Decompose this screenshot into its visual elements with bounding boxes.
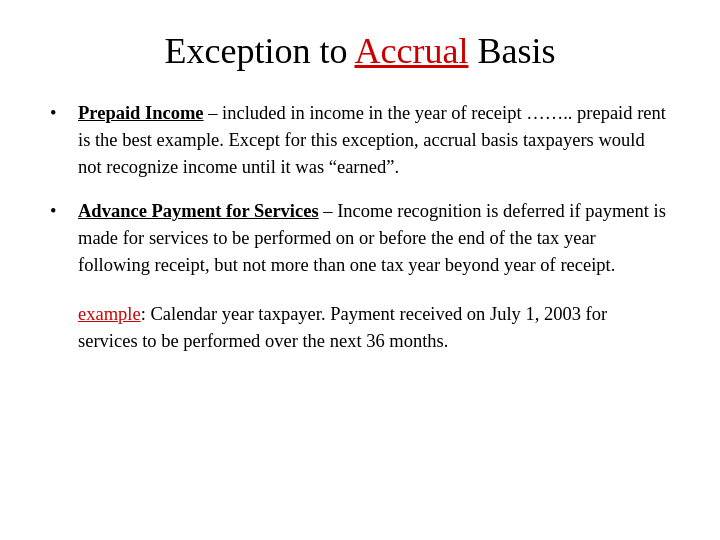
bullet-dot-2: • (50, 198, 78, 225)
term-prepaid-income: Prepaid Income (78, 103, 204, 123)
title-suffix: Basis (468, 31, 555, 71)
slide: Exception to Accrual Basis • Prepaid Inc… (0, 0, 720, 540)
example-label: example (78, 304, 141, 324)
bullet-item-2: • Advance Payment for Services – Income … (50, 198, 670, 278)
title-accrual: Accrual (355, 31, 469, 71)
bullet-text-2: Advance Payment for Services – Income re… (78, 198, 670, 278)
example-text: Calendar year taxpayer. Payment received… (78, 304, 607, 351)
term-advance-payment: Advance Payment for Services (78, 201, 319, 221)
content-area: • Prepaid Income – included in income in… (50, 100, 670, 510)
bullet-dot-1: • (50, 100, 78, 127)
slide-title: Exception to Accrual Basis (50, 30, 670, 72)
bullet-text-1: Prepaid Income – included in income in t… (78, 100, 670, 180)
bullet-item-1: • Prepaid Income – included in income in… (50, 100, 670, 180)
example-block: example: Calendar year taxpayer. Payment… (78, 301, 670, 355)
title-prefix: Exception to (165, 31, 355, 71)
